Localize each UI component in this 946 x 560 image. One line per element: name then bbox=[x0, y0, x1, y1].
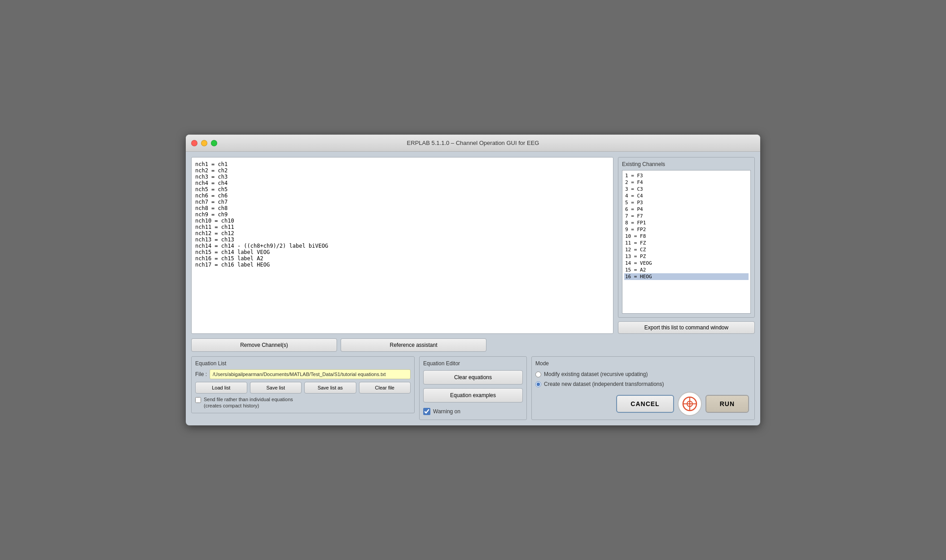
channel-item[interactable]: 7 = F7 bbox=[624, 213, 749, 219]
existing-channels-box: Existing Channels 1 = F32 = F43 = C34 = … bbox=[618, 157, 755, 318]
channel-item[interactable]: 2 = F4 bbox=[624, 179, 749, 186]
channel-item[interactable]: 16 = HEOG bbox=[624, 273, 749, 280]
file-label: File : bbox=[195, 371, 207, 377]
channels-list[interactable]: 1 = F32 = F43 = C34 = C45 = P36 = P47 = … bbox=[622, 170, 751, 314]
main-content: nch1 = ch1 nch2 = ch2 nch3 = ch3 nch4 = … bbox=[186, 152, 760, 425]
send-file-checkbox-row: Send file rather than individual equatio… bbox=[195, 396, 411, 409]
equation-list-title: Equation List bbox=[195, 360, 411, 367]
channel-item[interactable]: 6 = P4 bbox=[624, 206, 749, 213]
channel-item[interactable]: 5 = P3 bbox=[624, 199, 749, 206]
title-bar: ERPLAB 5.1.1.0 – Channel Operation GUI f… bbox=[186, 135, 760, 152]
remove-channels-button[interactable]: Remove Channel(s) bbox=[191, 338, 337, 352]
right-bottom: Mode Modify existing dataset (recursive … bbox=[531, 356, 755, 420]
clear-file-button[interactable]: Clear file bbox=[359, 382, 411, 394]
mode-title: Mode bbox=[535, 360, 751, 367]
channel-item[interactable]: 14 = VEOG bbox=[624, 260, 749, 267]
channel-item[interactable]: 11 = FZ bbox=[624, 240, 749, 246]
middle-bottom: Equation Editor Clear equations Equation… bbox=[419, 356, 527, 420]
action-buttons-row: CANCEL RUN bbox=[535, 392, 751, 416]
close-button[interactable] bbox=[191, 140, 197, 146]
reference-assistant-button[interactable]: Reference assistant bbox=[341, 338, 486, 352]
send-file-label: Send file rather than individual equatio… bbox=[204, 396, 293, 409]
channel-item[interactable]: 3 = C3 bbox=[624, 186, 749, 192]
traffic-lights bbox=[191, 140, 217, 146]
cancel-button[interactable]: CANCEL bbox=[616, 395, 674, 413]
equation-list-box: Equation List File : /Users/abigailpearm… bbox=[191, 356, 415, 413]
export-list-button[interactable]: Export this list to command window bbox=[618, 321, 755, 334]
zoom-button[interactable] bbox=[211, 140, 217, 146]
channel-item[interactable]: 9 = FP2 bbox=[624, 226, 749, 233]
mode-option1-label: Modify existing dataset (recursive updat… bbox=[544, 371, 648, 377]
top-area: nch1 = ch1 nch2 = ch2 nch3 = ch3 nch4 = … bbox=[191, 157, 755, 334]
equation-editor-title: Equation Editor bbox=[423, 360, 523, 367]
clear-equations-button[interactable]: Clear equations bbox=[423, 370, 523, 385]
mode-option1-radio[interactable] bbox=[535, 372, 541, 377]
file-path: /Users/abigailpearman/Documents/MATLAB/T… bbox=[210, 369, 411, 379]
send-file-checkbox[interactable] bbox=[195, 397, 201, 403]
left-bottom: Equation List File : /Users/abigailpearm… bbox=[191, 356, 415, 420]
main-window: ERPLAB 5.1.1.0 – Channel Operation GUI f… bbox=[186, 135, 760, 425]
channel-item[interactable]: 15 = A2 bbox=[624, 267, 749, 273]
help-button[interactable] bbox=[678, 392, 702, 416]
right-panel: Existing Channels 1 = F32 = F43 = C34 = … bbox=[618, 157, 755, 334]
channel-item[interactable]: 12 = CZ bbox=[624, 246, 749, 253]
equation-editor-box: Equation Editor Clear equations Equation… bbox=[419, 356, 527, 420]
channel-item[interactable]: 4 = C4 bbox=[624, 192, 749, 199]
equation-examples-button[interactable]: Equation examples bbox=[423, 388, 523, 402]
warning-label: Warning on bbox=[433, 408, 460, 415]
warning-row: Warning on bbox=[423, 408, 523, 415]
warning-checkbox[interactable] bbox=[423, 408, 430, 415]
mode-option1-row: Modify existing dataset (recursive updat… bbox=[535, 371, 751, 377]
bottom-area: Equation List File : /Users/abigailpearm… bbox=[191, 356, 755, 420]
file-row: File : /Users/abigailpearman/Documents/M… bbox=[195, 369, 411, 379]
existing-channels-title: Existing Channels bbox=[622, 161, 751, 167]
channel-item[interactable]: 1 = F3 bbox=[624, 172, 749, 179]
save-list-button[interactable]: Save list bbox=[250, 382, 302, 394]
channel-item[interactable]: 10 = F8 bbox=[624, 233, 749, 240]
mode-option2-radio[interactable] bbox=[535, 381, 541, 387]
top-buttons-row: Remove Channel(s) Reference assistant bbox=[191, 338, 755, 352]
list-buttons-row: Load list Save list Save list as Clear f… bbox=[195, 382, 411, 394]
equation-text-area[interactable]: nch1 = ch1 nch2 = ch2 nch3 = ch3 nch4 = … bbox=[191, 157, 613, 334]
mode-option2-label: Create new dataset (independent transfor… bbox=[544, 381, 664, 387]
mode-box: Mode Modify existing dataset (recursive … bbox=[531, 356, 755, 420]
load-list-button[interactable]: Load list bbox=[195, 382, 247, 394]
channel-item[interactable]: 13 = PZ bbox=[624, 253, 749, 260]
window-title: ERPLAB 5.1.1.0 – Channel Operation GUI f… bbox=[407, 140, 539, 146]
channel-item[interactable]: 8 = FP1 bbox=[624, 219, 749, 226]
minimize-button[interactable] bbox=[201, 140, 207, 146]
save-list-as-button[interactable]: Save list as bbox=[304, 382, 356, 394]
mode-option2-row: Create new dataset (independent transfor… bbox=[535, 381, 751, 387]
run-button[interactable]: RUN bbox=[705, 395, 749, 413]
